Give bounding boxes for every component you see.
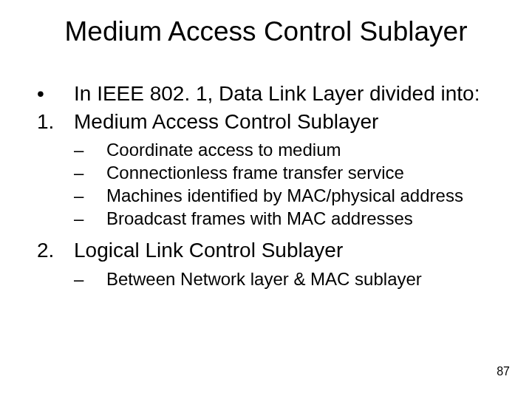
item-2-number: 2. <box>37 238 74 263</box>
item-1-subs: – Coordinate access to medium – Connecti… <box>37 140 495 229</box>
dash-icon: – <box>74 208 106 230</box>
dash-icon: – <box>74 140 106 161</box>
intro-text: In IEEE 802. 1, Data Link Layer divided … <box>74 81 495 106</box>
item-2-subs: – Between Network layer & MAC sublayer <box>37 269 495 290</box>
sub-item: – Connectionless frame transfer service <box>37 163 495 184</box>
sub-text: Machines identified by MAC/physical addr… <box>106 185 495 207</box>
item-1-text: Medium Access Control Sublayer <box>74 109 495 134</box>
bullet-mark: • <box>37 81 74 106</box>
page-number: 87 <box>497 365 510 378</box>
sub-item: – Between Network layer & MAC sublayer <box>37 269 495 290</box>
sub-item: – Broadcast frames with MAC addresses <box>37 208 495 230</box>
item-2-text: Logical Link Control Sublayer <box>74 238 495 263</box>
dash-icon: – <box>74 185 106 207</box>
sub-text: Broadcast frames with MAC addresses <box>106 208 495 230</box>
sub-text: Between Network layer & MAC sublayer <box>106 269 495 290</box>
item-1: 1. Medium Access Control Sublayer <box>37 109 495 134</box>
slide: Medium Access Control Sublayer • In IEEE… <box>0 0 532 399</box>
sub-text: Connectionless frame transfer service <box>106 163 495 184</box>
sub-text: Coordinate access to medium <box>106 140 495 161</box>
item-2: 2. Logical Link Control Sublayer <box>37 238 495 263</box>
dash-icon: – <box>74 163 106 184</box>
sub-item: – Machines identified by MAC/physical ad… <box>37 185 495 207</box>
slide-title: Medium Access Control Sublayer <box>0 16 532 47</box>
sub-item: – Coordinate access to medium <box>37 140 495 161</box>
intro-bullet: • In IEEE 802. 1, Data Link Layer divide… <box>37 81 495 106</box>
dash-icon: – <box>74 269 106 290</box>
item-1-number: 1. <box>37 109 74 134</box>
slide-body: • In IEEE 802. 1, Data Link Layer divide… <box>37 81 495 299</box>
